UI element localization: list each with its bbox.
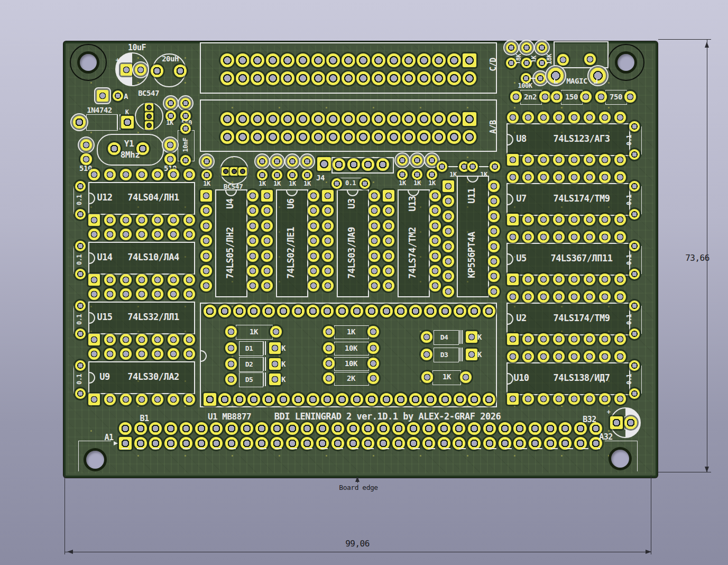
ic-pad[interactable] — [507, 231, 519, 243]
ic-pad[interactable] — [584, 231, 595, 243]
ic-pad[interactable] — [507, 214, 519, 225]
ic-pad[interactable] — [568, 393, 580, 405]
ic-pad[interactable] — [614, 351, 626, 362]
connector-pad[interactable] — [311, 112, 325, 126]
ic-pad[interactable] — [584, 351, 595, 362]
ic-pad[interactable] — [200, 220, 212, 232]
square-pad[interactable] — [466, 331, 477, 343]
ic-pad[interactable] — [553, 291, 565, 303]
edge-pad-b[interactable] — [119, 422, 132, 435]
connector-pad[interactable] — [342, 53, 355, 67]
pad[interactable] — [490, 161, 500, 172]
ic-pad[interactable] — [538, 214, 549, 225]
ic-pad[interactable] — [614, 291, 626, 303]
ic-pad[interactable] — [522, 112, 534, 123]
edge-pad-b[interactable] — [544, 422, 557, 435]
pad[interactable] — [164, 139, 176, 151]
ic-pad[interactable] — [614, 274, 626, 285]
edge-pad-b[interactable] — [271, 422, 283, 435]
ic-pad[interactable] — [183, 334, 195, 345]
pad[interactable] — [629, 241, 640, 251]
connector-pad[interactable] — [463, 53, 476, 67]
connector-pad[interactable] — [417, 53, 431, 67]
pad[interactable] — [367, 358, 379, 369]
connector-pad[interactable] — [417, 130, 431, 144]
square-pad[interactable] — [269, 373, 281, 385]
socket-pad[interactable] — [307, 305, 319, 317]
connector-pad[interactable] — [236, 53, 250, 67]
edge-pad-b[interactable] — [499, 422, 511, 435]
edge-pad-b[interactable] — [195, 422, 208, 435]
pad[interactable] — [75, 209, 86, 220]
ic-pad[interactable] — [200, 250, 212, 262]
edge-pad-b[interactable] — [180, 422, 192, 435]
pad[interactable] — [537, 42, 547, 53]
ic-pad[interactable] — [183, 394, 195, 405]
socket-pad[interactable] — [233, 305, 246, 317]
square-pad[interactable] — [610, 416, 623, 429]
ic-pad[interactable] — [599, 171, 611, 183]
pad[interactable] — [257, 170, 268, 180]
ic-pad[interactable] — [538, 351, 549, 362]
ic-pad[interactable] — [136, 394, 148, 405]
connector-pad[interactable] — [463, 112, 476, 126]
connector-pad[interactable] — [402, 71, 416, 85]
ic-pad[interactable] — [522, 393, 534, 405]
connector-pad[interactable] — [266, 53, 280, 67]
connector-pad[interactable] — [463, 130, 476, 144]
connector-pad[interactable] — [311, 53, 325, 67]
ic-pad[interactable] — [168, 214, 179, 226]
ic-pad[interactable] — [136, 288, 148, 300]
pad[interactable] — [180, 155, 191, 166]
ic-pad[interactable] — [152, 214, 163, 226]
pad[interactable] — [201, 156, 212, 167]
ic-pad[interactable] — [429, 250, 441, 262]
pad[interactable] — [75, 329, 86, 339]
pad[interactable] — [551, 91, 563, 103]
ic-pad[interactable] — [584, 214, 595, 225]
ic-pad[interactable] — [183, 214, 195, 226]
connector-pad[interactable] — [342, 112, 355, 126]
ic-pad[interactable] — [183, 274, 195, 286]
ic-pad[interactable] — [538, 333, 549, 345]
connector-pad[interactable] — [463, 71, 476, 85]
connector-pad[interactable] — [342, 130, 355, 144]
ic-pad[interactable] — [383, 220, 394, 232]
ic-pad[interactable] — [443, 286, 454, 297]
edge-pad-b[interactable] — [513, 422, 526, 435]
socket-pad[interactable] — [307, 393, 319, 406]
ic-pad[interactable] — [247, 190, 259, 202]
connector-pad[interactable] — [402, 130, 416, 144]
socket-pad[interactable] — [409, 305, 422, 317]
connector-pad[interactable] — [266, 112, 280, 126]
socket-pad[interactable] — [351, 305, 363, 317]
ic-pad[interactable] — [322, 250, 334, 262]
ic-pad[interactable] — [152, 169, 163, 180]
ic-pad[interactable] — [553, 274, 565, 285]
ic-pad[interactable] — [88, 394, 100, 405]
pad[interactable] — [75, 300, 86, 311]
pad[interactable] — [629, 121, 640, 132]
pad[interactable] — [629, 388, 640, 399]
ic-pad[interactable] — [568, 214, 580, 225]
pad[interactable] — [510, 91, 522, 103]
diode-1n4742-body[interactable] — [86, 114, 118, 131]
ic-pad[interactable] — [614, 154, 626, 166]
ic-pad[interactable] — [88, 214, 100, 226]
ic-pad[interactable] — [383, 265, 394, 277]
edge-pad-b[interactable] — [241, 422, 253, 435]
ic-pad[interactable] — [183, 348, 195, 360]
ic-pad[interactable] — [568, 291, 580, 303]
ic-pad[interactable] — [599, 393, 611, 405]
ic-pad[interactable] — [168, 288, 179, 300]
pad[interactable] — [302, 170, 312, 180]
ic-pad[interactable] — [308, 220, 319, 232]
ic-pad[interactable] — [553, 214, 565, 225]
ic-pad[interactable] — [507, 393, 519, 405]
socket-pad[interactable] — [483, 305, 495, 317]
pad[interactable] — [323, 358, 335, 369]
connector-pad[interactable] — [251, 53, 264, 67]
connector-pad[interactable] — [296, 112, 310, 126]
connector-pad[interactable] — [372, 53, 385, 67]
pad[interactable] — [75, 388, 86, 399]
